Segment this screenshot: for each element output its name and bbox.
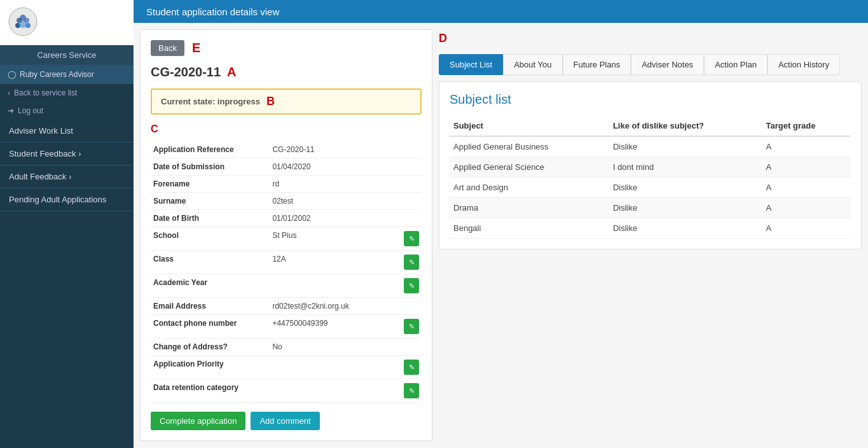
subject-grade: A — [762, 218, 851, 239]
user-name: Ruby Careers Advisor — [20, 70, 94, 79]
sidebar-item-student-feedback[interactable]: Student Feedback — [0, 143, 134, 165]
table-row: Academic Year ✎ — [151, 274, 422, 298]
col-subject: Subject — [450, 116, 609, 136]
label-c: C — [151, 123, 158, 135]
tab-about-you[interactable]: About You — [503, 54, 562, 75]
field-value: 02test — [270, 193, 422, 210]
tab-future-plans[interactable]: Future Plans — [563, 54, 631, 75]
back-to-service-link[interactable]: ‹ Back to service list — [0, 84, 134, 102]
table-row: Contact phone number +447500049399 ✎ — [151, 315, 422, 339]
table-row: Data retention category ✎ — [151, 379, 422, 403]
field-label: Date of Submission — [151, 158, 270, 176]
application-detail-card: Back E CG-2020-11 A Current state: inpro… — [140, 29, 432, 441]
back-to-service-label: Back to service list — [14, 88, 77, 97]
field-label: Forename — [151, 176, 270, 193]
tab-subject-list[interactable]: Subject List — [439, 54, 503, 75]
table-row: Application Reference CG-2020-11 — [151, 141, 422, 158]
field-label: Application Priority — [151, 356, 270, 379]
table-row: Drama Dislike A — [450, 198, 851, 218]
table-row: Applied General Science I dont mind A — [450, 157, 851, 178]
sidebar-item-adult-feedback[interactable]: Adult Feedback — [0, 165, 134, 188]
field-value: rd — [270, 176, 422, 193]
tab-action-plan[interactable]: Action Plan — [704, 54, 768, 75]
table-header-row: Subject Like of dislike subject? Target … — [450, 116, 851, 136]
field-value: 01/01/2002 — [270, 210, 422, 227]
table-row: Email Address rd02test@c2kni.org.uk — [151, 298, 422, 315]
field-label: Contact phone number — [151, 315, 270, 339]
subject-name: Applied General Science — [450, 157, 609, 178]
logout-label: Log out — [18, 106, 43, 115]
edit-data-retention-button[interactable]: ✎ — [404, 383, 419, 398]
subject-grade: A — [762, 136, 851, 157]
label-a: A — [227, 65, 236, 80]
table-row: Surname 02test — [151, 193, 422, 210]
label-d: D — [439, 29, 447, 45]
sidebar-item-adviser-work-list[interactable]: Adviser Work List — [0, 120, 134, 143]
table-row: School St Pius ✎ — [151, 227, 422, 251]
table-row: Change of Address? No — [151, 339, 422, 356]
subject-grade: A — [762, 198, 851, 218]
tab-action-history[interactable]: Action History — [768, 54, 840, 75]
logo-text: Department of Finance www.finance-ni.gov… — [43, 8, 125, 37]
table-row: Class 12A ✎ — [151, 251, 422, 274]
tabs-row: Subject List About You Future Plans Advi… — [439, 54, 862, 75]
application-details-table: Application Reference CG-2020-11 Date of… — [151, 141, 422, 403]
sidebar-item-pending-adult-applications[interactable]: Pending Adult Applications — [0, 188, 134, 211]
tab-adviser-notes[interactable]: Adviser Notes — [631, 54, 704, 75]
complete-application-button[interactable]: Complete application — [151, 412, 245, 430]
edit-priority-button[interactable]: ✎ — [404, 360, 419, 375]
subject-name: Drama — [450, 198, 609, 218]
logo-area: Department of Finance www.finance-ni.gov… — [0, 0, 134, 45]
subject-grade: A — [762, 157, 851, 178]
subject-name: Art and Design — [450, 178, 609, 198]
field-value: ✎ — [270, 356, 422, 379]
field-value: No — [270, 339, 422, 356]
current-state-text: Current state: inprogress — [161, 97, 260, 106]
current-state-box: Current state: inprogress B — [151, 88, 422, 115]
field-value: CG-2020-11 — [270, 141, 422, 158]
back-button[interactable]: Back — [151, 40, 184, 56]
svg-point-5 — [17, 18, 22, 23]
field-value: 12A ✎ — [270, 251, 422, 274]
subjects-table: Subject Like of dislike subject? Target … — [450, 116, 851, 239]
content-body: Back E CG-2020-11 A Current state: inpro… — [134, 23, 868, 448]
edit-class-button[interactable]: ✎ — [404, 255, 419, 270]
action-buttons: Complete application Add comment — [151, 412, 422, 430]
right-panel: D Subject List About You Future Plans Ad… — [439, 29, 862, 442]
left-panel: Back E CG-2020-11 A Current state: inpro… — [140, 29, 432, 442]
service-name: Careers Service — [0, 45, 134, 65]
label-b: B — [266, 95, 275, 108]
svg-point-6 — [24, 18, 29, 23]
edit-school-button[interactable]: ✎ — [404, 231, 419, 246]
label-e: E — [192, 41, 200, 55]
subject-like: Dislike — [609, 198, 762, 218]
table-row: Bengali Dislike A — [450, 218, 851, 239]
subject-grade: A — [762, 178, 851, 198]
subject-like: Dislike — [609, 218, 762, 239]
table-row: Date of Submission 01/04/2020 — [151, 158, 422, 176]
field-label: Email Address — [151, 298, 270, 315]
app-ref-row: Back E — [151, 40, 422, 56]
edit-phone-button[interactable]: ✎ — [404, 319, 419, 334]
subject-name: Applied General Business — [450, 136, 609, 157]
table-row: Art and Design Dislike A — [450, 178, 851, 198]
edit-academic-year-button[interactable]: ✎ — [404, 278, 419, 293]
current-state-prefix: Current state: — [161, 97, 217, 106]
field-label: Date of Birth — [151, 210, 270, 227]
field-value: +447500049399 ✎ — [270, 315, 422, 339]
table-row: Applied General Business Dislike A — [450, 136, 851, 157]
field-label: Academic Year — [151, 274, 270, 298]
subject-like: Dislike — [609, 136, 762, 157]
field-label: Class — [151, 251, 270, 274]
subject-like: Dislike — [609, 178, 762, 198]
add-comment-button[interactable]: Add comment — [251, 412, 319, 430]
field-label: Data retention category — [151, 379, 270, 403]
field-label: School — [151, 227, 270, 251]
dept-of-label: Department of — [43, 8, 125, 18]
subject-like: I dont mind — [609, 157, 762, 178]
current-state-value: inprogress — [217, 97, 260, 106]
col-grade: Target grade — [762, 116, 851, 136]
logo-icon — [8, 6, 38, 39]
user-info: ◯ Ruby Careers Advisor — [0, 65, 134, 84]
logout-link[interactable]: ➔ Log out — [0, 102, 134, 120]
